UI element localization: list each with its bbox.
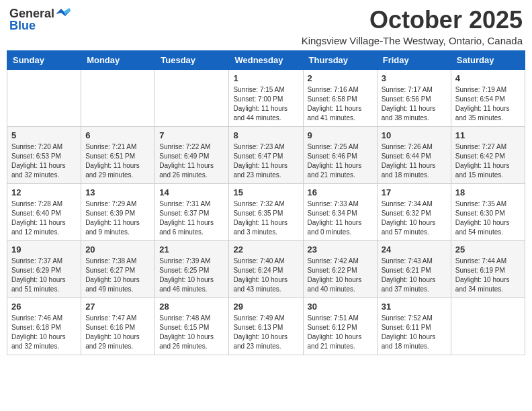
day-info: Sunrise: 7:47 AM Sunset: 6:16 PM Dayligh… bbox=[85, 314, 150, 351]
col-header-saturday: Saturday bbox=[451, 50, 525, 69]
week-row-3: 12Sunrise: 7:28 AM Sunset: 6:40 PM Dayli… bbox=[7, 183, 525, 240]
day-info: Sunrise: 7:37 AM Sunset: 6:29 PM Dayligh… bbox=[11, 257, 77, 294]
week-row-1: 1Sunrise: 7:15 AM Sunset: 7:00 PM Daylig… bbox=[7, 69, 525, 126]
day-info: Sunrise: 7:25 AM Sunset: 6:46 PM Dayligh… bbox=[308, 142, 373, 180]
day-number: 14 bbox=[159, 187, 224, 197]
month-title: October 2025 bbox=[302, 7, 523, 34]
day-number: 22 bbox=[233, 244, 298, 255]
calendar-cell: 29Sunrise: 7:49 AM Sunset: 6:13 PM Dayli… bbox=[229, 298, 303, 355]
col-header-friday: Friday bbox=[377, 50, 451, 69]
calendar-cell bbox=[7, 69, 81, 126]
calendar-cell: 14Sunrise: 7:31 AM Sunset: 6:37 PM Dayli… bbox=[155, 183, 229, 240]
day-number: 26 bbox=[11, 302, 77, 312]
calendar-cell: 1Sunrise: 7:15 AM Sunset: 7:00 PM Daylig… bbox=[229, 69, 303, 126]
day-number: 2 bbox=[308, 73, 373, 83]
day-number: 8 bbox=[233, 130, 298, 140]
day-info: Sunrise: 7:22 AM Sunset: 6:49 PM Dayligh… bbox=[159, 142, 224, 180]
day-number: 10 bbox=[382, 130, 447, 140]
day-number: 6 bbox=[85, 130, 150, 140]
day-info: Sunrise: 7:19 AM Sunset: 6:54 PM Dayligh… bbox=[455, 85, 521, 123]
day-number: 31 bbox=[382, 302, 447, 312]
day-info: Sunrise: 7:17 AM Sunset: 6:56 PM Dayligh… bbox=[382, 85, 447, 123]
day-number: 3 bbox=[382, 73, 447, 83]
calendar-cell: 7Sunrise: 7:22 AM Sunset: 6:49 PM Daylig… bbox=[155, 126, 229, 183]
col-header-tuesday: Tuesday bbox=[155, 50, 229, 69]
day-info: Sunrise: 7:51 AM Sunset: 6:12 PM Dayligh… bbox=[308, 314, 373, 351]
calendar-cell: 6Sunrise: 7:21 AM Sunset: 6:51 PM Daylig… bbox=[81, 126, 155, 183]
day-number: 11 bbox=[455, 130, 521, 140]
day-number: 17 bbox=[382, 187, 447, 197]
calendar-cell: 12Sunrise: 7:28 AM Sunset: 6:40 PM Dayli… bbox=[7, 183, 81, 240]
day-info: Sunrise: 7:40 AM Sunset: 6:24 PM Dayligh… bbox=[233, 257, 298, 294]
day-number: 28 bbox=[159, 302, 224, 312]
logo-bird-icon bbox=[56, 8, 71, 20]
day-info: Sunrise: 7:21 AM Sunset: 6:51 PM Dayligh… bbox=[85, 142, 150, 180]
week-row-4: 19Sunrise: 7:37 AM Sunset: 6:29 PM Dayli… bbox=[7, 240, 525, 298]
calendar-cell bbox=[81, 69, 155, 126]
calendar-cell: 8Sunrise: 7:23 AM Sunset: 6:47 PM Daylig… bbox=[229, 126, 303, 183]
calendar-cell: 31Sunrise: 7:52 AM Sunset: 6:11 PM Dayli… bbox=[377, 298, 451, 355]
day-number: 4 bbox=[455, 73, 521, 83]
day-info: Sunrise: 7:42 AM Sunset: 6:22 PM Dayligh… bbox=[308, 257, 373, 294]
calendar-cell: 15Sunrise: 7:32 AM Sunset: 6:35 PM Dayli… bbox=[229, 183, 303, 240]
col-header-sunday: Sunday bbox=[7, 50, 81, 69]
calendar-cell: 5Sunrise: 7:20 AM Sunset: 6:53 PM Daylig… bbox=[7, 126, 81, 183]
day-info: Sunrise: 7:32 AM Sunset: 6:35 PM Dayligh… bbox=[233, 199, 298, 237]
calendar-cell: 24Sunrise: 7:43 AM Sunset: 6:21 PM Dayli… bbox=[377, 240, 451, 298]
calendar-cell: 25Sunrise: 7:44 AM Sunset: 6:19 PM Dayli… bbox=[451, 240, 525, 298]
calendar-cell: 16Sunrise: 7:33 AM Sunset: 6:34 PM Dayli… bbox=[303, 183, 377, 240]
logo-blue-text: Blue bbox=[9, 19, 36, 33]
calendar-cell bbox=[155, 69, 229, 126]
day-number: 27 bbox=[85, 302, 150, 312]
calendar-cell: 11Sunrise: 7:27 AM Sunset: 6:42 PM Dayli… bbox=[451, 126, 525, 183]
day-info: Sunrise: 7:38 AM Sunset: 6:27 PM Dayligh… bbox=[85, 257, 150, 294]
col-header-thursday: Thursday bbox=[303, 50, 377, 69]
day-info: Sunrise: 7:31 AM Sunset: 6:37 PM Dayligh… bbox=[159, 199, 224, 237]
day-number: 16 bbox=[308, 187, 373, 197]
day-number: 5 bbox=[11, 130, 77, 140]
day-info: Sunrise: 7:48 AM Sunset: 6:15 PM Dayligh… bbox=[159, 314, 224, 351]
day-info: Sunrise: 7:46 AM Sunset: 6:18 PM Dayligh… bbox=[11, 314, 77, 351]
day-number: 13 bbox=[85, 187, 150, 197]
day-number: 29 bbox=[233, 302, 298, 312]
header-row: SundayMondayTuesdayWednesdayThursdayFrid… bbox=[7, 50, 525, 69]
day-info: Sunrise: 7:29 AM Sunset: 6:39 PM Dayligh… bbox=[85, 199, 150, 237]
day-info: Sunrise: 7:33 AM Sunset: 6:34 PM Dayligh… bbox=[308, 199, 373, 237]
day-info: Sunrise: 7:43 AM Sunset: 6:21 PM Dayligh… bbox=[382, 257, 447, 294]
day-number: 20 bbox=[85, 244, 150, 255]
day-number: 30 bbox=[308, 302, 373, 312]
calendar-cell: 20Sunrise: 7:38 AM Sunset: 6:27 PM Dayli… bbox=[81, 240, 155, 298]
calendar-cell: 26Sunrise: 7:46 AM Sunset: 6:18 PM Dayli… bbox=[7, 298, 81, 355]
week-row-5: 26Sunrise: 7:46 AM Sunset: 6:18 PM Dayli… bbox=[7, 298, 525, 355]
calendar-cell: 4Sunrise: 7:19 AM Sunset: 6:54 PM Daylig… bbox=[451, 69, 525, 126]
day-info: Sunrise: 7:23 AM Sunset: 6:47 PM Dayligh… bbox=[233, 142, 298, 180]
day-info: Sunrise: 7:15 AM Sunset: 7:00 PM Dayligh… bbox=[233, 85, 298, 123]
day-number: 12 bbox=[11, 187, 77, 197]
calendar-cell: 2Sunrise: 7:16 AM Sunset: 6:58 PM Daylig… bbox=[303, 69, 377, 126]
day-number: 1 bbox=[233, 73, 298, 83]
calendar-cell: 22Sunrise: 7:40 AM Sunset: 6:24 PM Dayli… bbox=[229, 240, 303, 298]
day-info: Sunrise: 7:39 AM Sunset: 6:25 PM Dayligh… bbox=[159, 257, 224, 294]
day-info: Sunrise: 7:16 AM Sunset: 6:58 PM Dayligh… bbox=[308, 85, 373, 123]
title-block: October 2025 Kingsview Village-The Westw… bbox=[302, 7, 523, 46]
logo: General Blue bbox=[9, 7, 71, 33]
calendar-cell: 27Sunrise: 7:47 AM Sunset: 6:16 PM Dayli… bbox=[81, 298, 155, 355]
day-info: Sunrise: 7:49 AM Sunset: 6:13 PM Dayligh… bbox=[233, 314, 298, 351]
day-info: Sunrise: 7:52 AM Sunset: 6:11 PM Dayligh… bbox=[382, 314, 447, 351]
day-number: 15 bbox=[233, 187, 298, 197]
calendar-cell: 23Sunrise: 7:42 AM Sunset: 6:22 PM Dayli… bbox=[303, 240, 377, 298]
calendar-cell bbox=[451, 298, 525, 355]
day-number: 19 bbox=[11, 244, 77, 255]
calendar-cell: 10Sunrise: 7:26 AM Sunset: 6:44 PM Dayli… bbox=[377, 126, 451, 183]
calendar-cell: 3Sunrise: 7:17 AM Sunset: 6:56 PM Daylig… bbox=[377, 69, 451, 126]
day-number: 18 bbox=[455, 187, 521, 197]
col-header-monday: Monday bbox=[81, 50, 155, 69]
day-number: 9 bbox=[308, 130, 373, 140]
week-row-2: 5Sunrise: 7:20 AM Sunset: 6:53 PM Daylig… bbox=[7, 126, 525, 183]
day-info: Sunrise: 7:44 AM Sunset: 6:19 PM Dayligh… bbox=[455, 257, 521, 294]
calendar-cell: 17Sunrise: 7:34 AM Sunset: 6:32 PM Dayli… bbox=[377, 183, 451, 240]
day-number: 24 bbox=[382, 244, 447, 255]
day-info: Sunrise: 7:26 AM Sunset: 6:44 PM Dayligh… bbox=[382, 142, 447, 180]
day-info: Sunrise: 7:27 AM Sunset: 6:42 PM Dayligh… bbox=[455, 142, 521, 180]
calendar-cell: 21Sunrise: 7:39 AM Sunset: 6:25 PM Dayli… bbox=[155, 240, 229, 298]
